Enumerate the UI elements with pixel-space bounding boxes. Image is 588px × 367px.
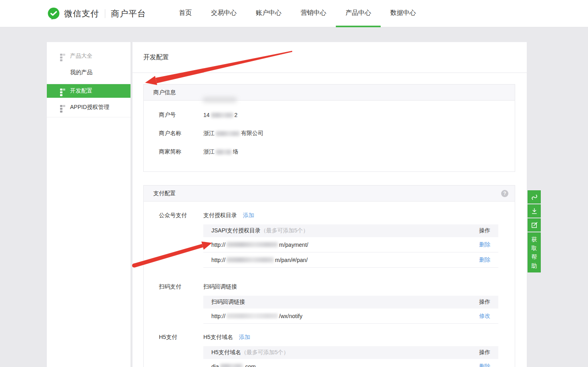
content-area: 商户信息 商户号 14 2 商户名称: [132, 73, 527, 367]
url-prefix: http://: [211, 242, 225, 248]
nav-marketing-center[interactable]: 营销中心: [291, 0, 336, 27]
top-navigation-bar: 微信支付 商户平台 首页 交易中心 账户中心 营销中心 产品中心 数据中心: [0, 0, 588, 27]
table-title-note: （最多可添加5个）: [261, 227, 309, 234]
callback-url: http:// /wx/notify: [211, 313, 302, 319]
link-button[interactable]: [528, 190, 541, 204]
block-h5-pay: H5支付 H5支付域名 添加 H5支付域名（最多可添加5个）: [159, 333, 498, 367]
modify-link[interactable]: 修改: [479, 313, 490, 320]
floating-toolbar: 获取帮助: [528, 190, 541, 272]
h5-domain-table: H5支付域名（最多可添加5个） 操作 dia .com: [203, 346, 498, 367]
action-column-header: 操作: [479, 298, 490, 306]
field-value: 14 2: [203, 112, 237, 118]
nav-product-center[interactable]: 产品中心: [336, 0, 381, 27]
download-button[interactable]: [528, 204, 541, 218]
block-subheader: 支付授权目录 添加: [203, 212, 498, 220]
value-suffix: 有限公司: [241, 130, 263, 137]
value-prefix: 浙江: [203, 148, 215, 155]
sublabel: H5支付域名: [203, 334, 233, 341]
h5-domain: dia .com: [211, 363, 256, 367]
sublabel: 支付授权目录: [203, 212, 237, 219]
block-label: 扫码支付: [159, 283, 203, 324]
nav-home[interactable]: 首页: [169, 0, 201, 27]
table-header-title: H5支付域名（最多可添加5个）: [211, 349, 289, 356]
add-auth-dir-link[interactable]: 添加: [243, 212, 254, 219]
redacted-smudge: [203, 97, 237, 103]
table-header-row: JSAPI支付授权目录（最多可添加5个） 操作: [203, 224, 498, 237]
delete-link[interactable]: 删除: [479, 241, 490, 248]
nav-data-center[interactable]: 数据中心: [381, 0, 425, 27]
field-value: 浙江 有限公司: [203, 130, 263, 137]
grid-icon: [60, 54, 65, 59]
field-label: 商户名称: [159, 130, 203, 137]
payment-config-header: 支付配置 ?: [144, 186, 515, 202]
link-icon: [530, 193, 538, 201]
merchant-info-box: 商户信息 商户号 14 2 商户名称: [143, 84, 515, 172]
block-content: H5支付域名 添加 H5支付域名（最多可添加5个） 操作: [203, 333, 498, 367]
feedback-button[interactable]: [528, 218, 541, 232]
delete-link[interactable]: 删除: [479, 363, 490, 367]
block-official-account-pay: 公众号支付 支付授权目录 添加 JSAPI支付授权目录（最多可添加5个）: [159, 212, 498, 268]
value-prefix: 浙江: [203, 130, 215, 137]
delete-link[interactable]: 删除: [479, 256, 490, 264]
redacted-segment: [227, 313, 278, 319]
get-help-button[interactable]: 获取帮助: [528, 232, 541, 272]
table-title: 扫码回调链接: [211, 298, 245, 306]
block-label: H5支付: [159, 333, 203, 367]
action-column-header: 操作: [479, 349, 490, 356]
redacted-segment: [211, 113, 233, 118]
redacted-segment: [227, 242, 278, 247]
brand-separator: [105, 9, 105, 18]
get-help-label: 获取帮助: [531, 235, 537, 270]
table-title-note: （最多可添加5个）: [241, 349, 289, 355]
sidebar-group-label: 产品大全: [70, 52, 92, 60]
auth-dir-row: http:// m/payment/ 删除: [203, 237, 498, 252]
help-icon[interactable]: ?: [501, 190, 508, 197]
payment-config-box: 支付配置 ? 公众号支付 支付授权目录 添加: [143, 185, 515, 367]
url-prefix: dia: [211, 363, 219, 367]
sidebar-group-products[interactable]: 产品大全: [47, 42, 130, 65]
url-suffix: /wx/notify: [279, 313, 302, 319]
field-merchant-id: 商户号 14 2: [144, 106, 515, 124]
value-prefix: 14: [203, 112, 210, 118]
field-merchant-name: 商户名称 浙江 有限公司: [144, 124, 515, 143]
page-title: 开发配置: [132, 42, 527, 73]
action-column-header: 操作: [479, 227, 490, 234]
brand-logo[interactable]: 微信支付 商户平台: [47, 7, 146, 20]
nav-transaction-center[interactable]: 交易中心: [201, 0, 246, 27]
wechat-pay-logo-icon: [47, 7, 60, 20]
auth-dir-row: http:// m/pan/#/pan/ 删除: [203, 252, 498, 268]
merchant-info-title: 商户信息: [153, 89, 176, 96]
merchant-info-body: 商户号 14 2 商户名称 浙江: [144, 101, 515, 171]
scan-callback-table: 扫码回调链接 操作 http:// /wx/notify: [203, 296, 498, 324]
field-label: 商家简称: [159, 148, 203, 155]
table-header-row: H5支付域名（最多可添加5个） 操作: [203, 346, 498, 359]
block-subheader: 扫码回调链接: [203, 283, 498, 291]
nav-account-center[interactable]: 账户中心: [246, 0, 291, 27]
page-layout: 产品大全 我的产品 开发配置 APPID授权管理 开发配置 商户信息: [0, 27, 588, 367]
value-suffix: 络: [233, 148, 239, 155]
main-panel: 开发配置 商户信息 商户号 14 2: [132, 42, 527, 367]
block-label: 公众号支付: [159, 212, 203, 268]
field-label: 商户号: [159, 111, 203, 119]
add-h5-domain-link[interactable]: 添加: [239, 334, 250, 341]
block-content: 扫码回调链接 扫码回调链接 操作 http://: [203, 283, 498, 324]
sidebar-item-my-products[interactable]: 我的产品: [47, 65, 130, 84]
sidebar-item-appid-auth[interactable]: APPID授权管理: [47, 98, 130, 117]
wechat-pay-merchant-platform: 微信支付 商户平台 首页 交易中心 账户中心 营销中心 产品中心 数据中心 产品…: [0, 0, 588, 367]
download-icon: [531, 208, 538, 215]
sidebar-divider: [47, 117, 130, 117]
table-header-row: 扫码回调链接 操作: [203, 296, 498, 309]
main-nav: 首页 交易中心 账户中心 营销中心 产品中心 数据中心: [169, 0, 425, 27]
jsapi-auth-dir-table: JSAPI支付授权目录（最多可添加5个） 操作 http:// m: [203, 224, 498, 268]
auth-dir-url: http:// m/pan/#/pan/: [211, 257, 308, 263]
block-subheader: H5支付域名 添加: [203, 333, 498, 341]
url-prefix: http://: [211, 313, 225, 319]
url-suffix: .com: [244, 363, 256, 367]
field-value: 浙江 络: [203, 148, 239, 155]
grid-icon: [60, 89, 65, 94]
redacted-segment: [216, 131, 240, 136]
payment-config-body: 公众号支付 支付授权目录 添加 JSAPI支付授权目录（最多可添加5个）: [144, 202, 515, 367]
h5-domain-row: dia .com 删除: [203, 359, 498, 367]
sidebar-item-dev-config[interactable]: 开发配置: [47, 84, 130, 98]
sidebar-item-label: 开发配置: [70, 87, 92, 95]
